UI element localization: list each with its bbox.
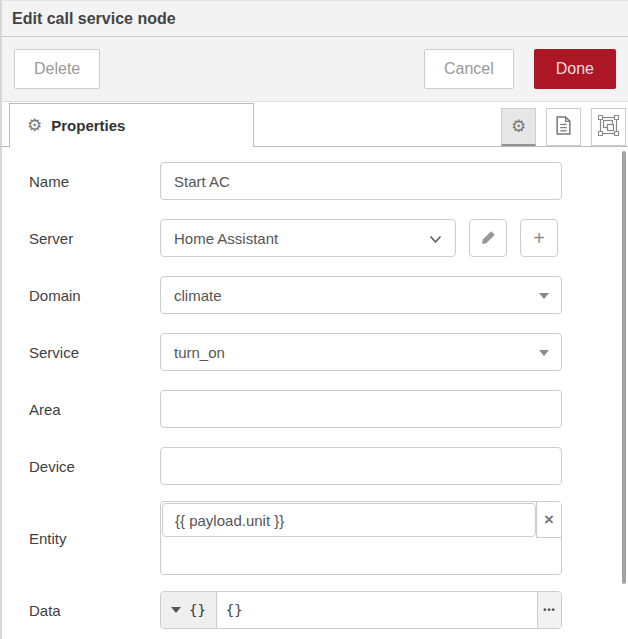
server-row: Server Home Assistant	[29, 219, 628, 257]
json-type-icon: {}	[189, 602, 206, 618]
domain-input[interactable]	[160, 276, 562, 314]
cancel-button[interactable]: Cancel	[424, 49, 514, 89]
server-selected-value: Home Assistant	[174, 230, 278, 247]
entity-input[interactable]	[162, 503, 536, 537]
service-row: Service	[29, 333, 628, 371]
entity-list: ×	[160, 501, 562, 575]
delete-button[interactable]: Delete	[14, 49, 100, 89]
done-button[interactable]: Done	[534, 49, 616, 89]
tab-properties-label: Properties	[51, 117, 125, 134]
expand-editor-button[interactable]: •••	[537, 592, 561, 628]
domain-label: Domain	[29, 287, 160, 304]
ellipsis-icon: •••	[543, 605, 555, 615]
data-label: Data	[29, 602, 160, 619]
domain-row: Domain	[29, 276, 628, 314]
tab-icon-buttons: ⚙	[501, 108, 626, 146]
data-input[interactable]	[217, 592, 537, 628]
toolbar-right-group: Cancel Done	[424, 49, 616, 89]
data-row: Data {} •••	[29, 591, 628, 629]
description-tab-button[interactable]	[546, 108, 581, 146]
pencil-icon	[481, 227, 496, 250]
name-row: Name	[29, 162, 628, 200]
properties-form: Name Server Home Assistant	[2, 147, 628, 629]
server-select[interactable]: Home Assistant	[160, 219, 456, 257]
properties-tab-button[interactable]: ⚙	[501, 108, 536, 146]
plus-icon: +	[533, 227, 545, 250]
tab-properties[interactable]: ⚙ Properties	[9, 103, 254, 147]
dialog-header: Edit call service node	[2, 1, 628, 37]
add-server-button[interactable]: +	[520, 219, 558, 257]
remove-entity-button[interactable]: ×	[536, 502, 561, 538]
tab-bar: ⚙ Properties ⚙	[2, 102, 628, 147]
edit-node-dialog: Edit call service node Delete Cancel Don…	[0, 0, 628, 639]
scrollbar[interactable]	[622, 151, 626, 584]
server-label: Server	[29, 230, 160, 247]
gear-icon: ⚙	[27, 117, 42, 134]
device-row: Device	[29, 447, 628, 485]
area-row: Area	[29, 390, 628, 428]
data-type-button[interactable]: {}	[161, 592, 217, 628]
edit-server-button[interactable]	[469, 219, 507, 257]
device-label: Device	[29, 458, 160, 475]
close-icon: ×	[544, 510, 554, 530]
dialog-toolbar: Delete Cancel Done	[2, 37, 628, 102]
chevron-down-icon	[429, 230, 442, 247]
caret-down-icon[interactable]	[539, 350, 549, 356]
gear-icon: ⚙	[511, 118, 526, 135]
caret-down-icon[interactable]	[539, 293, 549, 299]
device-input[interactable]	[160, 447, 562, 485]
dialog-title: Edit call service node	[12, 10, 176, 28]
area-label: Area	[29, 401, 160, 418]
area-input[interactable]	[160, 390, 562, 428]
document-icon	[556, 116, 571, 138]
data-typed-input: {} •••	[160, 591, 562, 629]
object-group-icon	[598, 115, 619, 139]
name-input[interactable]	[160, 162, 562, 200]
entity-list-item: ×	[161, 502, 561, 538]
name-label: Name	[29, 173, 160, 190]
entity-row: Entity ×	[29, 501, 628, 575]
entity-label: Entity	[29, 530, 160, 547]
caret-down-icon	[171, 607, 181, 613]
service-label: Service	[29, 344, 160, 361]
appearance-tab-button[interactable]	[591, 108, 626, 146]
service-input[interactable]	[160, 333, 562, 371]
